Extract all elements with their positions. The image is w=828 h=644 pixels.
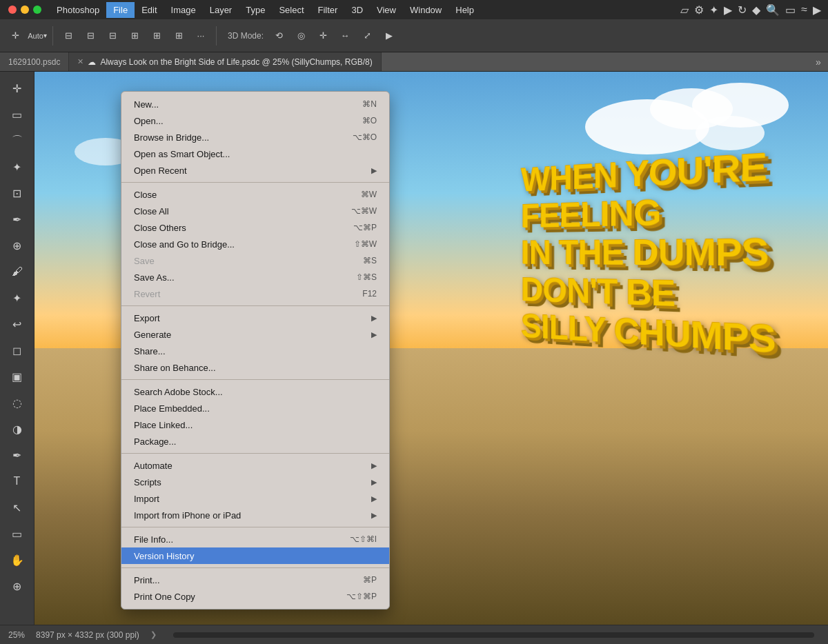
menu-divider [121, 527, 389, 527]
crop-tool[interactable]: ⊡ [5, 181, 30, 205]
menu-item-place-embedded[interactable]: Place Embedded... [121, 400, 389, 416]
menu-item-close-others[interactable]: Close Others ⌥⌘P [121, 219, 389, 236]
view-menu-item[interactable]: View [370, 2, 403, 18]
filter-menu-item[interactable]: Filter [311, 2, 345, 18]
help-menu-item[interactable]: Help [448, 2, 481, 18]
menu-item-open-recent[interactable]: Open Recent ▶ [121, 162, 389, 179]
menu-item-print-one[interactable]: Print One Copy ⌥⇧⌘P [121, 588, 389, 605]
menu-item-share[interactable]: Share... [121, 343, 389, 359]
window-menu-item[interactable]: Window [403, 2, 448, 18]
select-tool[interactable]: ▭ [5, 102, 30, 127]
shape-tool[interactable]: ▭ [5, 521, 30, 546]
menu-item-shortcut: ⌘W [361, 190, 377, 199]
align-bottom-button[interactable]: ⊞ [169, 26, 188, 46]
menu-item-import[interactable]: Import ▶ [121, 490, 389, 507]
hand-tool[interactable]: ✋ [5, 547, 30, 572]
menu-item-label: Import from iPhone or iPad [134, 510, 366, 521]
dropbox-icon: ✦ [709, 3, 718, 17]
tools-panel: ✛ ▭ ⌒ ✦ ⊡ ✒ ⊕ 🖌 ✦ ↩ ◻ ▣ ◌ ◑ ✒ T ↖ ▭ ✋ ⊕ [0, 72, 34, 625]
tab-overflow-button[interactable]: » [809, 52, 828, 71]
history-brush-tool[interactable]: ↩ [5, 312, 30, 336]
menu-item-import-iphone[interactable]: Import from iPhone or iPad ▶ [121, 507, 389, 523]
3d-menu-item[interactable]: 3D [344, 2, 370, 18]
menu-item-browse-bridge[interactable]: Browse in Bridge... ⌥⌘O [121, 129, 389, 145]
menu-item-save-as[interactable]: Save As... ⇧⌘S [121, 269, 389, 285]
eraser-tool[interactable]: ◻ [5, 338, 30, 363]
eyedropper-tool[interactable]: ✒ [5, 207, 30, 232]
menu-item-label: New... [134, 99, 351, 110]
submenu-arrow-icon: ▶ [371, 511, 377, 520]
canvas-3d-text: WHEN YOU'RE FEELING IN THE DUMPS DON'T B… [521, 145, 776, 361]
volume-icon: ▶ [813, 3, 821, 17]
zoom-tool[interactable]: ⊕ [5, 574, 30, 598]
menu-item-shortcut: ⌥⌘W [351, 206, 377, 216]
menu-item-share-behance[interactable]: Share on Behance... [121, 359, 389, 376]
select-menu-item[interactable]: Select [272, 2, 310, 18]
menu-item-scripts[interactable]: Scripts ▶ [121, 474, 389, 490]
menu-item-search-stock[interactable]: Search Adobe Stock... [121, 383, 389, 400]
menu-item-package[interactable]: Package... [121, 433, 389, 450]
pen-tool[interactable]: ✒ [5, 443, 30, 467]
path-select-tool[interactable]: ↖ [5, 495, 30, 520]
menu-item-automate[interactable]: Automate ▶ [121, 457, 389, 474]
blur-tool[interactable]: ◌ [5, 390, 30, 415]
layer-menu-item[interactable]: Layer [203, 2, 239, 18]
align-right-button[interactable]: ⊟ [103, 26, 122, 46]
clone-tool[interactable]: ✦ [5, 285, 30, 310]
menu-item-export[interactable]: Export ▶ [121, 310, 389, 326]
minimize-window-button[interactable] [21, 6, 29, 14]
heal-tool[interactable]: ⊕ [5, 233, 30, 258]
image-menu-item[interactable]: Image [164, 2, 203, 18]
brush-tool[interactable]: 🖌 [5, 259, 30, 284]
edit-menu-item[interactable]: Edit [135, 2, 164, 18]
text-tool[interactable]: T [5, 469, 30, 494]
tab-1629100[interactable]: 1629100.psdc [0, 52, 69, 71]
menu-item-version-history[interactable]: Version History [121, 547, 389, 564]
status-arrow-icon[interactable]: ❯ [150, 630, 157, 639]
menu-item-file-info[interactable]: File Info... ⌥⇧⌘I [121, 531, 389, 547]
move-mode-button[interactable]: Auto ▾ [28, 26, 47, 46]
fullscreen-window-button[interactable] [33, 6, 41, 14]
3d-scale-button[interactable]: ⤢ [357, 26, 377, 46]
menu-item-close-bridge[interactable]: Close and Go to Bridge... ⇧⌘W [121, 236, 389, 252]
tab-close-button[interactable]: ✕ [77, 57, 83, 66]
menu-item-place-linked[interactable]: Place Linked... [121, 416, 389, 433]
menu-item-print[interactable]: Print... ⌘P [121, 572, 389, 588]
file-menu-item[interactable]: File [106, 2, 135, 18]
3d-rotate-button[interactable]: ⟲ [269, 26, 288, 46]
menu-section-print: Print... ⌘P Print One Copy ⌥⇧⌘P [121, 570, 389, 606]
magic-wand-tool[interactable]: ✦ [5, 154, 30, 179]
toolbar: ✛ Auto ▾ ⊟ ⊟ ⊟ ⊞ ⊞ ⊞ ··· 3D Mode: ⟲ ◎ ✛ … [0, 19, 828, 52]
menu-item-open[interactable]: Open... ⌘O [121, 112, 389, 129]
tab-always-look[interactable]: ✕ ☁ Always Look on the Bright Side of Li… [69, 52, 381, 71]
search-icon[interactable]: 🔍 [766, 3, 780, 17]
app-name-menu[interactable]: Photoshop [50, 2, 106, 18]
type-menu-item[interactable]: Type [239, 2, 272, 18]
align-left-button[interactable]: ⊟ [59, 26, 78, 46]
menu-item-generate[interactable]: Generate ▶ [121, 326, 389, 343]
align-center-v-button[interactable]: ⊞ [147, 26, 166, 46]
horizontal-scrollbar[interactable] [173, 632, 814, 638]
menu-item-close-all[interactable]: Close All ⌥⌘W [121, 203, 389, 219]
submenu-arrow-icon: ▶ [371, 494, 377, 503]
align-center-h-button[interactable]: ⊟ [81, 26, 100, 46]
menu-item-new[interactable]: New... ⌘N [121, 96, 389, 112]
move-tool[interactable]: ✛ [5, 76, 30, 101]
menu-item-label: Place Embedded... [134, 403, 377, 414]
3d-pan-button[interactable]: ✛ [313, 26, 333, 46]
gradient-tool[interactable]: ▣ [5, 364, 30, 389]
sync-icon: ↻ [738, 3, 747, 17]
dodge-tool[interactable]: ◑ [5, 416, 30, 441]
align-top-button[interactable]: ⊞ [125, 26, 144, 46]
3d-slide-button[interactable]: ↔ [335, 26, 355, 46]
3d-orbit-button[interactable]: ◎ [291, 26, 310, 46]
more-options-button[interactable]: ··· [191, 26, 210, 46]
menu-item-label: Generate [134, 330, 366, 340]
menu-item-close[interactable]: Close ⌘W [121, 186, 389, 203]
move-tool-button[interactable]: ✛ [6, 26, 25, 46]
close-window-button[interactable] [8, 6, 17, 14]
3d-video-button[interactable]: ▶ [379, 26, 399, 46]
lasso-tool[interactable]: ⌒ [5, 128, 30, 153]
menu-item-open-smart[interactable]: Open as Smart Object... [121, 145, 389, 162]
menu-item-label: Close and Go to Bridge... [134, 239, 343, 250]
